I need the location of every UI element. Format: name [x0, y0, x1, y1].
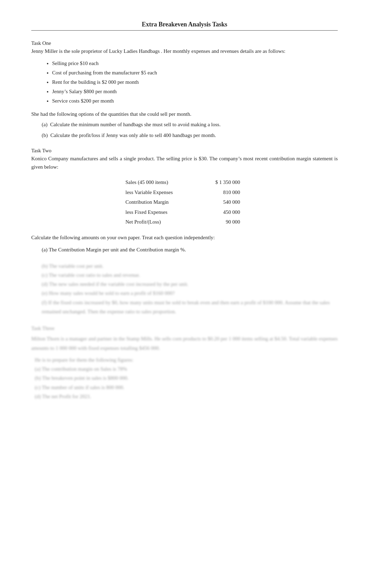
blurred-item: (d) The new sales needed if the variable… — [42, 280, 338, 289]
table-cell-amount: 90 000 — [205, 217, 244, 227]
question-a-contribution: (a) The Contribution Margin per unit and… — [42, 245, 338, 255]
task-one-bullets: Selling price $10 each Cost of purchasin… — [52, 59, 338, 106]
blurred-list-item: (a) The contribution margin on Sales is … — [35, 364, 338, 373]
list-item: Selling price $10 each — [52, 59, 338, 68]
table-cell-amount: 450 000 — [205, 207, 244, 217]
table-cell-label: Net Profit/(Loss) — [125, 217, 195, 227]
blurred-item: (b) The variable cost per unit. — [42, 261, 338, 271]
table-cell-label: less Variable Expenses — [125, 187, 195, 198]
calc-intro: Calculate the following amounts on your … — [31, 233, 338, 242]
task-three-section: Task Three Milton Thorn is a manager and… — [31, 324, 338, 401]
list-item: Rent for the building is $2 000 per mont… — [52, 78, 338, 87]
options-intro: She had the following options of the qua… — [31, 111, 338, 117]
table-cell-label: Sales (45 000 items) — [125, 177, 195, 187]
table-row: less Variable Expenses 810 000 — [125, 187, 244, 198]
blurred-item: (e) How many sales would be sold to earn… — [42, 289, 338, 298]
table-cell-amount: $ 1 350 000 — [205, 177, 244, 187]
task-one-intro: Jenny Miller is the sole proprietor of L… — [31, 47, 338, 55]
table-cell-amount: 540 000 — [205, 197, 244, 207]
task-three-intro: Milton Thorn is a manager and partner in… — [31, 334, 338, 353]
blurred-list-item: He is to prepare for them the following … — [35, 355, 338, 364]
table-cell-amount: 810 000 — [205, 187, 244, 198]
list-item: Cost of purchasing from the manufacturer… — [52, 68, 338, 78]
table-row: Net Profit/(Loss) 90 000 — [125, 217, 244, 227]
table-row: Sales (45 000 items) $ 1 350 000 — [125, 177, 244, 187]
question-b-text: (b) Calculate the profit/loss if Jenny w… — [42, 131, 338, 140]
question-a: (a) Calculate the minimum number of hand… — [42, 120, 338, 129]
financial-table: Sales (45 000 items) $ 1 350 000 less Va… — [31, 177, 338, 227]
blurred-item: (f) If the fixed costs increased by $0, … — [42, 298, 338, 316]
task-one-label: Task One — [31, 40, 338, 46]
table-cell-label: Contribution Margin — [125, 197, 195, 207]
list-item: Jenny’s Salary $800 per month — [52, 87, 338, 96]
table-cell-label: less Fixed Expenses — [125, 207, 195, 217]
table-row: Contribution Margin 540 000 — [125, 197, 244, 207]
task-two-intro: Konico Company manufactures and sells a … — [31, 154, 338, 171]
list-item: Service costs $200 per month — [52, 96, 338, 106]
blurred-questions-task-two: (b) The variable cost per unit. (c) The … — [42, 261, 338, 316]
blurred-list-item: (c) The number of units if sales is 800 … — [35, 383, 338, 392]
blurred-list-item: (d) The net Profit for 2021. — [35, 392, 338, 401]
blurred-list-item: (b) The breakeven point in sales is $800… — [35, 373, 338, 382]
blurred-item: (c) The variable cost ratio to sales and… — [42, 271, 338, 280]
table-row: less Fixed Expenses 450 000 — [125, 207, 244, 217]
page-title: Extra Breakeven Analysis Tasks — [31, 21, 338, 31]
task-one-questions: (a) Calculate the minimum number of hand… — [42, 120, 338, 140]
task-three-label: Task Three — [31, 324, 338, 333]
task-two-questions: (a) The Contribution Margin per unit and… — [42, 245, 338, 255]
task-two-label: Task Two — [31, 148, 338, 154]
